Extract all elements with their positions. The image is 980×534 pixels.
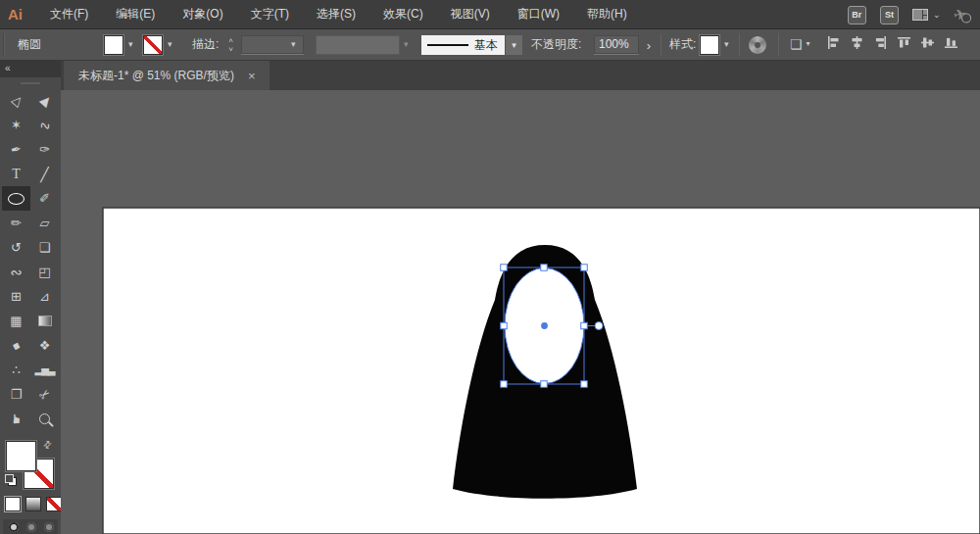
tool-artboard[interactable]: ❐ (2, 382, 30, 407)
none-button[interactable] (46, 497, 62, 511)
paint-style-buttons (5, 497, 62, 511)
stroke-style-chevron-icon[interactable]: ▾ (506, 35, 522, 55)
close-tab-icon[interactable]: × (248, 69, 256, 83)
menu-edit[interactable]: 编辑(E) (102, 0, 169, 28)
selection-center-point[interactable] (541, 322, 548, 329)
stroke-chevron-icon[interactable]: ▾ (168, 29, 172, 60)
drawing-modes (3, 519, 58, 534)
selection-handle-s[interactable] (541, 381, 548, 388)
tool-hand[interactable]: ☛ (2, 407, 30, 431)
zoom-tool-icon (39, 413, 50, 424)
panel-grip (3, 33, 5, 56)
menu-select[interactable]: 选择(S) (303, 0, 369, 28)
stroke-color-swatch[interactable] (143, 35, 163, 55)
fill-proxy-swatch[interactable] (6, 441, 36, 471)
selection-handle-ne[interactable] (581, 265, 588, 271)
tool-line-segment[interactable]: ╱ (30, 162, 59, 186)
shaper-tool-icon: ✏ (11, 217, 22, 229)
pie-widget-handle[interactable] (595, 322, 603, 330)
menu-file[interactable]: 文件(F) (36, 0, 102, 28)
tool-selection[interactable]: ▷ (2, 88, 30, 113)
align-center-vertical-icon[interactable] (920, 35, 935, 50)
menu-view[interactable]: 视图(V) (437, 0, 504, 28)
bridge-button[interactable]: Br (848, 6, 866, 24)
gpu-performance-icon[interactable]: ✈ (952, 5, 968, 25)
tool-width[interactable]: ∾ (2, 260, 30, 284)
tool-magic-wand[interactable]: ✶ (2, 113, 30, 137)
document-tab[interactable]: 未标题-1* @ 51% (RGB/预览) × (64, 61, 270, 90)
style-swatch[interactable] (700, 35, 719, 55)
tool-perspective-grid[interactable]: ⊿ (30, 284, 59, 309)
tool-blend[interactable]: ❖ (30, 333, 59, 358)
align-right-icon[interactable] (873, 35, 888, 50)
fill-color-swatch[interactable] (104, 35, 123, 55)
style-chevron-icon[interactable]: ▾ (724, 29, 729, 60)
align-center-horizontal-icon[interactable] (850, 35, 864, 50)
stroke-weight-stepper[interactable]: ˄ ˅ (226, 34, 235, 56)
selection-handle-sw[interactable] (501, 381, 508, 388)
workspace-switcher[interactable]: ⌄ (912, 9, 941, 21)
fill-chevron-icon[interactable]: ▾ (128, 29, 133, 60)
stroke-style-dropdown[interactable]: 基本 (421, 35, 505, 55)
stock-button[interactable]: St (880, 6, 899, 24)
recolor-artwork-icon[interactable] (749, 36, 766, 54)
align-top-icon[interactable] (897, 35, 911, 50)
mesh-tool-icon: ▦ (10, 315, 22, 327)
lasso-tool-icon: ∿ (37, 117, 52, 133)
selection-handle-w[interactable] (501, 322, 508, 329)
tool-zoom[interactable] (30, 407, 59, 431)
tool-mesh[interactable]: ▦ (2, 309, 30, 333)
draw-normal-icon[interactable] (9, 522, 19, 532)
stroke-preview-line (427, 44, 468, 46)
default-fill-stroke-icon[interactable] (5, 474, 17, 486)
selection-handle-e[interactable] (581, 322, 588, 329)
tool-type[interactable]: T (2, 162, 30, 186)
shape-properties-icon[interactable]: ❏ ▾ (790, 36, 813, 52)
tool-pen[interactable]: ✒ (2, 137, 30, 162)
stepper-up-icon[interactable]: ˄ (228, 36, 233, 45)
align-bottom-icon[interactable] (944, 35, 958, 50)
stepper-down-icon[interactable]: ˅ (228, 45, 233, 54)
tool-column-graph[interactable]: ▂▅▃ (30, 358, 59, 382)
tool-shape-builder[interactable]: ⊞ (2, 284, 30, 309)
tool-slice[interactable]: ✂ (30, 382, 59, 407)
menu-window[interactable]: 窗口(W) (504, 0, 573, 28)
selection-handle-se[interactable] (581, 381, 588, 388)
tool-curvature[interactable]: ✑ (30, 137, 59, 162)
paintbrush-tool-icon: ✐ (39, 192, 50, 205)
draw-inside-icon[interactable] (44, 522, 54, 532)
collapse-panel-icon[interactable]: « (5, 63, 10, 73)
tool-shaper[interactable]: ✏ (2, 211, 30, 235)
selection-handle-nw[interactable] (501, 265, 508, 271)
tool-scale[interactable]: ❏ (30, 235, 59, 260)
menu-effect[interactable]: 效果(C) (369, 0, 437, 28)
stroke-weight-chevron-icon[interactable]: ▾ (291, 29, 296, 60)
tool-gradient[interactable] (30, 309, 59, 333)
canvas-area[interactable] (61, 90, 980, 534)
color-button[interactable] (5, 497, 21, 511)
opacity-panel-arrow[interactable]: › (642, 35, 656, 55)
gradient-button[interactable] (25, 497, 41, 511)
tool-direct-selection[interactable]: ▶ (30, 88, 59, 113)
menu-bar: Ai 文件(F) 编辑(E) 对象(O) 文字(T) 选择(S) 效果(C) 视… (0, 0, 980, 29)
align-left-icon[interactable] (826, 35, 841, 50)
tool-symbol-sprayer[interactable]: ∴ (2, 358, 30, 382)
menu-help[interactable]: 帮助(H) (573, 0, 641, 28)
brush-definition-dropdown[interactable] (316, 35, 400, 55)
draw-behind-icon[interactable] (26, 522, 36, 532)
tool-lasso[interactable]: ∿ (30, 113, 59, 137)
rotate-tool-icon: ↺ (11, 241, 22, 254)
menu-type[interactable]: 文字(T) (237, 0, 303, 28)
tool-rotate[interactable]: ↺ (2, 235, 30, 260)
tool-free-transform[interactable]: ◰ (30, 260, 59, 284)
opacity-field[interactable]: 100% (594, 35, 639, 55)
panel-drag-handle[interactable] (21, 82, 40, 84)
tool-eraser[interactable]: ▱ (30, 211, 59, 235)
tool-ellipse[interactable] (2, 186, 30, 211)
swap-fill-stroke-icon[interactable]: ⇄ (40, 438, 54, 452)
selection-handle-n[interactable] (541, 265, 548, 271)
tool-paintbrush[interactable]: ✐ (30, 186, 59, 211)
menu-object[interactable]: 对象(O) (169, 0, 236, 28)
tool-eyedropper[interactable]: ◆ (2, 333, 30, 358)
line-segment-tool-icon: ╱ (40, 168, 48, 181)
